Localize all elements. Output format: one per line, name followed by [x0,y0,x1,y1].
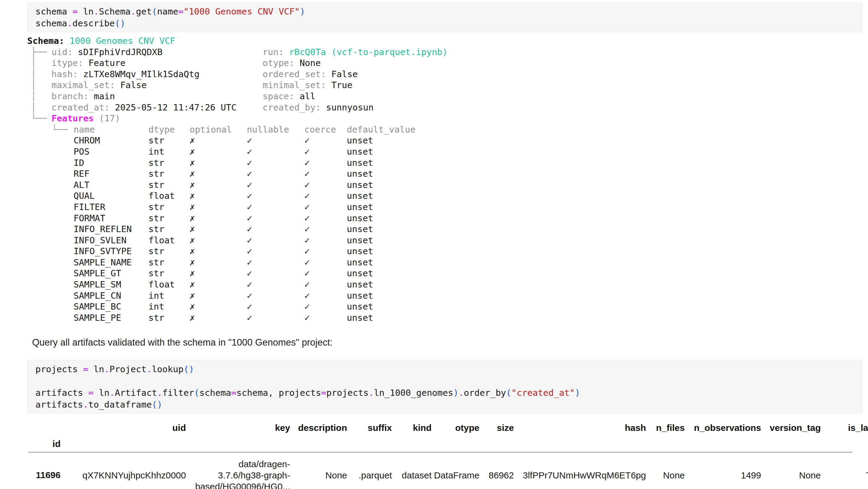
features-heading: └── Features(17) [27,113,447,124]
feature-coerce-mark: ✓ [304,201,347,213]
header-separator [28,452,852,453]
code-token: ( [194,388,199,398]
feature-dtype: str [148,157,190,168]
code-token: Schema [99,6,131,17]
attr-value: main [94,91,115,101]
features-column-header: name [73,124,148,135]
features-column-header: dtype [148,124,190,135]
code-token: ( [506,388,511,398]
code-token: projects [35,364,83,374]
feature-default-value: unset [347,279,447,290]
feature-name: SAMPLE_PE [73,312,148,324]
feature-default-value: unset [347,224,447,235]
feature-optional-mark: ✗ [190,257,247,268]
features-label: Features [52,113,94,124]
code-line: projects = ln.Project.lookup() [35,363,855,375]
attr-pair-left: uid:sDIFphiVrdJRQDXB [52,46,262,58]
feature-row: INFO_SVTYPE str ✗ ✓ ✓ unset [27,246,447,257]
feature-coerce-mark: ✓ [304,257,347,268]
feature-name: SAMPLE_CN [73,290,148,301]
feature-optional-mark: ✗ [190,146,247,157]
feature-default-value: unset [347,135,447,146]
feature-name: SAMPLE_BC [73,301,148,312]
feature-row: FORMAT str ✗ ✓ ✓ unset [27,213,447,224]
tree-branch-glyph: └── [52,124,73,135]
code-token: "created_at" [512,388,575,398]
code-token: . [369,388,374,398]
feature-coerce-mark: ✓ [304,146,347,157]
feature-name: INFO_REFLEN [73,224,148,235]
df-cell-n-files: None [646,452,685,489]
feature-dtype: float [148,190,190,201]
code-cell-1: schema = ln.Schema.get(name="1000 Genome… [27,2,863,32]
feature-nullable-mark: ✓ [247,235,304,246]
feature-dtype: int [148,301,190,312]
code-token: ) [189,364,194,374]
feature-nullable-mark: ✓ [247,180,304,191]
df-key-line: based/HG00096/HG0... [186,481,290,489]
feature-default-value: unset [347,246,447,257]
feature-row: SAMPLE_NAME str ✗ ✓ ✓ unset [27,257,447,268]
df-cell-size: 86962 [479,452,514,489]
feature-optional-mark: ✗ [190,301,247,312]
feature-row: INFO_SVLEN float ✗ ✓ ✓ unset [27,235,447,246]
feature-dtype: int [148,290,190,301]
df-index-name: id [28,436,61,452]
feature-nullable-mark: ✓ [247,301,304,312]
attr-label: created_by: [262,102,321,112]
code-token: name [157,6,178,17]
schema-title-label: Schema: [27,36,64,46]
code-token: schema, projects [237,388,321,398]
feature-dtype: str [148,268,190,279]
feature-nullable-mark: ✓ [247,146,304,157]
code-token: . [157,388,162,398]
tree-row: ├── uid:sDIFphiVrdJRQDXB run:rBcQ0Ta (vc… [27,46,447,58]
feature-optional-mark: ✗ [190,246,247,257]
feature-row: SAMPLE_BC int ✗ ✓ ✓ unset [27,301,447,312]
feature-coerce-mark: ✓ [304,224,347,235]
attr-value: rBcQ0Ta [289,47,326,57]
feature-optional-mark: ✗ [190,157,247,168]
code-token: ln [94,388,109,398]
df-cell-key: data/dragen-3.7.6/hg38-graph-based/HG000… [186,452,290,489]
feature-nullable-mark: ✓ [247,246,304,257]
code-token: Artifact [115,388,157,398]
tree-branch-glyph: │ [27,91,52,102]
code-line: artifacts.to_dataframe() [35,399,855,411]
feature-name: POS [73,146,148,157]
df-header-row: uidkeydescriptionsuffixkindotypesizehash… [28,419,868,436]
code-token: artifacts [35,399,83,410]
feature-row: INFO_REFLEN str ✗ ✓ ✓ unset [27,224,447,235]
feature-coerce-mark: ✓ [304,213,347,224]
code-token: . [94,6,99,17]
code-token: ( [184,364,189,374]
feature-default-value: unset [347,180,447,191]
tree-branch-glyph: │ [27,69,52,80]
code-token: = [321,388,326,398]
feature-row: REF str ✗ ✓ ✓ unset [27,168,447,180]
attr-label: uid: [52,47,73,57]
df-header-blank [28,419,61,436]
feature-name: INFO_SVLEN [73,235,148,246]
df-row: 11696 qX7KNNYujhpcKhhz0000 data/dragen-3… [28,452,868,489]
attr-value: Feature [88,58,125,68]
df-index-name-row: id [28,436,868,452]
code-token: . [67,18,72,28]
attr-value: True [331,80,352,90]
feature-optional-mark: ✗ [190,235,247,246]
code-token: ) [300,6,305,17]
feature-nullable-mark: ✓ [247,201,304,213]
code-line: artifacts = ln.Artifact.filter(schema=sc… [35,387,855,399]
feature-optional-mark: ✗ [190,279,247,290]
code-token: = [72,6,78,17]
tree-branch-glyph: ├── [27,46,52,58]
code-token: ln_1000_genomes [374,388,454,398]
feature-optional-mark: ✗ [190,135,247,146]
code-token: ) [120,18,125,28]
feature-name: ID [73,157,148,168]
df-cell-suffix: .parquet [347,452,392,489]
code-token: filter [162,388,194,398]
dataframe-table: uidkeydescriptionsuffixkindotypesizehash… [28,419,868,489]
attr-label: created_at: [52,102,110,112]
feature-name: REF [73,168,148,180]
